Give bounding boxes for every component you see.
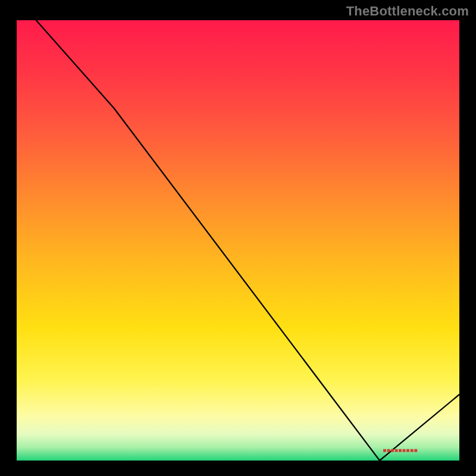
watermark-text: TheBottleneck.com: [346, 4, 469, 19]
gradient-background: [17, 20, 459, 461]
chart-container: TheBottleneck.com ■■■■■■■■■: [0, 0, 476, 476]
chart-svg: [17, 20, 459, 461]
plot-area: [17, 20, 459, 461]
plot-frame: [17, 20, 459, 461]
bottom-label: ■■■■■■■■■: [383, 447, 418, 453]
